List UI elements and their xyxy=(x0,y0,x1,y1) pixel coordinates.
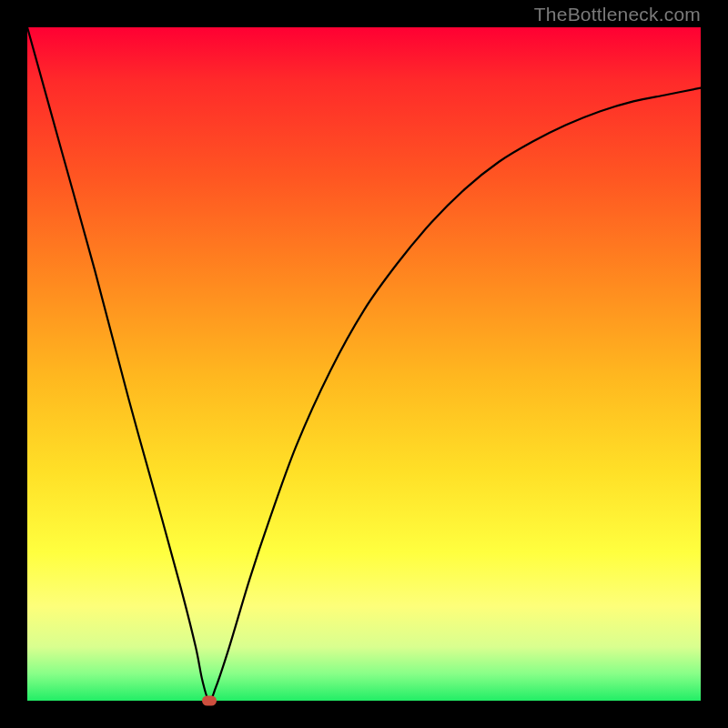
bottleneck-curve xyxy=(27,27,701,701)
optimum-marker xyxy=(202,696,217,706)
plot-area xyxy=(27,27,701,701)
chart-frame: TheBottleneck.com xyxy=(0,0,728,728)
watermark-text: TheBottleneck.com xyxy=(534,4,701,25)
